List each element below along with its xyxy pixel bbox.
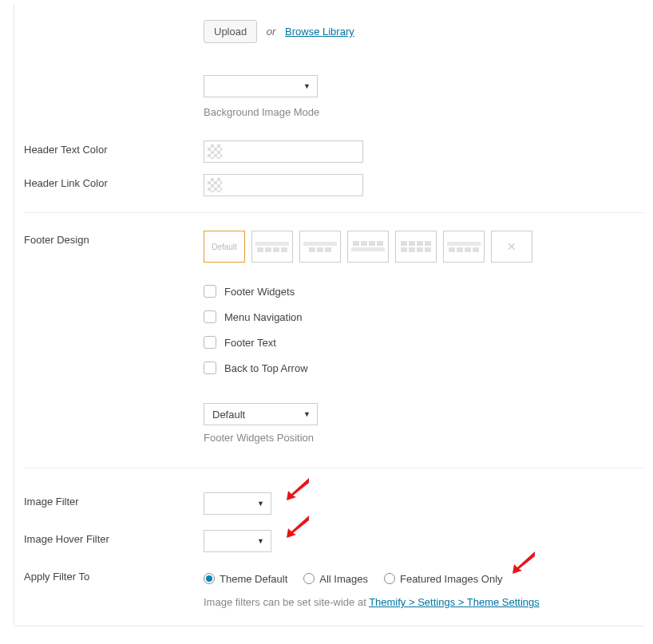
svg-marker-2: [513, 551, 535, 574]
close-icon: ✕: [507, 240, 516, 253]
radio-featured[interactable]: [384, 573, 395, 584]
footer-text-checkbox[interactable]: [204, 336, 216, 349]
header-text-color-label: Header Text Color: [24, 140, 204, 156]
radio-theme-default-label: Theme Default: [220, 573, 287, 585]
footer-design-option-6[interactable]: [443, 231, 485, 263]
footer-widgets-position-hint: Footer Widgets Position: [204, 432, 644, 444]
upload-row: Upload or Browse Library: [14, 4, 644, 43]
footer-design-options: Default ✕: [204, 231, 644, 263]
apply-filter-label: Apply Filter To: [24, 567, 204, 583]
footer-design-label: Footer Design: [24, 231, 204, 246]
browse-library-link[interactable]: Browse Library: [285, 26, 354, 38]
footer-design-option-3[interactable]: [299, 231, 341, 263]
footer-design-option-2[interactable]: [251, 231, 293, 263]
menu-nav-checkbox-row: Menu Navigation: [204, 304, 644, 330]
back-to-top-checkbox[interactable]: [204, 362, 216, 374]
header-text-color-row: Header Text Color: [14, 118, 644, 163]
arrow-icon: [509, 551, 535, 574]
footer-widgets-checkbox-row: Footer Widgets: [204, 279, 644, 304]
radio-featured-label: Featured Images Only: [400, 573, 503, 585]
radio-all-images-label: All Images: [319, 573, 368, 585]
radio-theme-default[interactable]: [204, 573, 215, 584]
header-link-color-label: Header Link Color: [24, 174, 204, 189]
footer-widgets-label: Footer Widgets: [224, 286, 295, 298]
menu-nav-label: Menu Navigation: [224, 311, 303, 323]
image-filter-label: Image Filter: [24, 492, 204, 508]
header-link-color-row: Header Link Color: [14, 163, 644, 196]
radio-all-images[interactable]: [303, 573, 315, 584]
footer-design-option-5[interactable]: [395, 231, 437, 263]
apply-filter-row: Apply Filter To Theme Default All Images…: [14, 555, 644, 608]
settings-panel: Upload or Browse Library Background Imag…: [14, 4, 644, 626]
filter-helper: Image filters can be set site-wide at Th…: [204, 596, 644, 608]
svg-marker-0: [287, 478, 309, 500]
footer-design-default[interactable]: Default: [204, 231, 245, 263]
header-text-color-input[interactable]: [204, 140, 363, 163]
theme-settings-link[interactable]: Themify > Settings > Theme Settings: [369, 596, 540, 608]
empty-label: [24, 20, 204, 23]
image-hover-filter-label: Image Hover Filter: [24, 530, 204, 545]
upload-button[interactable]: Upload: [204, 20, 257, 43]
image-filter-row: Image Filter: [14, 468, 644, 517]
footer-text-label: Footer Text: [224, 337, 276, 349]
image-hover-filter-select[interactable]: [204, 530, 271, 552]
footer-widgets-checkbox[interactable]: [204, 285, 216, 298]
arrow-icon: [283, 516, 309, 538]
footer-design-none[interactable]: ✕: [491, 231, 532, 263]
header-link-color-input[interactable]: [204, 174, 363, 196]
menu-nav-checkbox[interactable]: [204, 310, 216, 323]
footer-design-row: Footer Design Default ✕ Footer Widgets M…: [14, 213, 644, 444]
bgmode-select[interactable]: [204, 75, 318, 97]
upload-field: Upload or Browse Library: [204, 20, 644, 43]
image-filter-select[interactable]: [204, 492, 271, 515]
transparent-swatch-icon: [208, 178, 222, 192]
footer-design-option-4[interactable]: [347, 231, 389, 263]
image-hover-filter-row: Image Hover Filter: [14, 517, 644, 555]
apply-filter-radios: Theme Default All Images Featured Images…: [204, 567, 644, 590]
bgmode-row: Background Image Mode: [14, 43, 644, 118]
transparent-swatch-icon: [208, 144, 222, 159]
footer-widgets-position-select[interactable]: Default: [204, 403, 318, 425]
arrow-icon: [283, 478, 309, 500]
bgmode-hint: Background Image Mode: [204, 106, 644, 118]
back-to-top-label: Back to Top Arrow: [224, 362, 308, 374]
or-text: or: [267, 26, 276, 38]
footer-text-checkbox-row: Footer Text: [204, 330, 644, 355]
svg-marker-1: [287, 516, 309, 538]
back-to-top-checkbox-row: Back to Top Arrow: [204, 355, 644, 381]
